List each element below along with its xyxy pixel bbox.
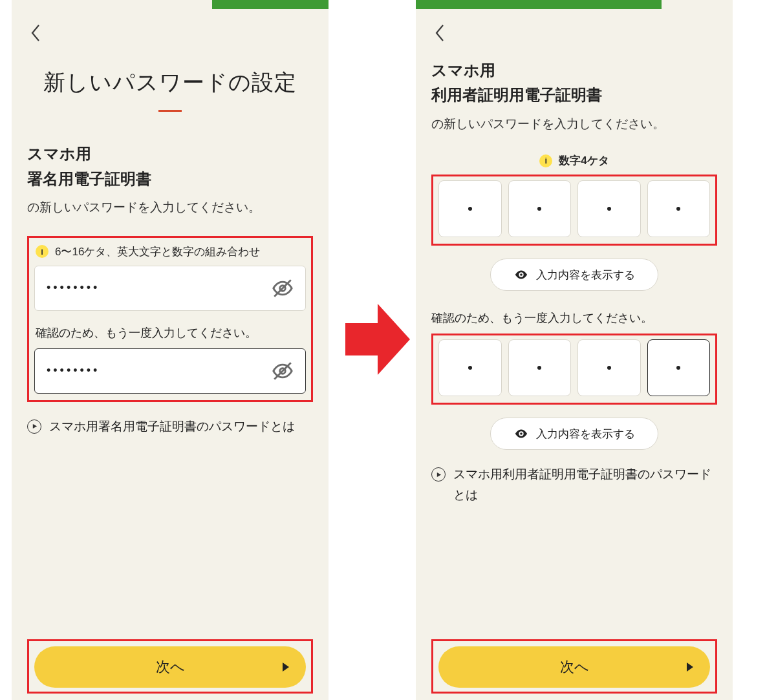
svg-marker-4 xyxy=(32,424,36,429)
triangle-right-icon xyxy=(283,663,289,672)
hint-row: i 6〜16ケタ、英大文字と数字の組み合わせ xyxy=(36,244,305,259)
hint-text: 6〜16ケタ、英大文字と数字の組み合わせ xyxy=(55,244,260,259)
next-button-label: 次へ xyxy=(560,657,589,677)
pin-digit[interactable] xyxy=(438,339,502,396)
triangle-right-icon xyxy=(687,663,693,672)
heading-line2: 利用者証明用電子証明書 xyxy=(431,86,602,103)
info-icon: i xyxy=(36,245,48,258)
help-link-user-cert-password[interactable]: スマホ用利用者証明用電子証明書のパスワードとは xyxy=(431,464,717,506)
progress-bar-segment xyxy=(212,0,329,9)
pin-digit[interactable] xyxy=(647,339,711,396)
heading-line2: 署名用電子証明書 xyxy=(27,170,151,187)
password-confirm-field[interactable]: •••••••• xyxy=(34,348,306,394)
svg-point-7 xyxy=(520,432,523,435)
heading-line1: スマホ用 xyxy=(431,61,495,79)
chevron-left-icon xyxy=(30,24,43,42)
content-area: 新しいパスワードの設定 スマホ用 署名用電子証明書 の新しいパスワードを入力して… xyxy=(12,52,329,700)
password-confirm-mask: •••••••• xyxy=(47,364,100,377)
screen-set-user-cert-pin: スマホ用 利用者証明用電子証明書 の新しいパスワードを入力してください。 i 数… xyxy=(416,0,733,700)
highlighted-pin-confirm-group xyxy=(431,334,717,405)
help-link-text: スマホ用署名用電子証明書のパスワードとは xyxy=(49,416,295,437)
eye-off-icon[interactable] xyxy=(272,360,294,382)
chevron-left-icon xyxy=(434,24,447,42)
next-button-label: 次へ xyxy=(156,657,185,677)
help-link-text: スマホ用利用者証明用電子証明書のパスワードとは xyxy=(453,464,717,506)
pin-digit[interactable] xyxy=(508,180,572,237)
section-subcopy: の新しいパスワードを入力してください。 xyxy=(27,198,313,217)
circle-play-icon xyxy=(27,419,41,434)
pin-digit[interactable] xyxy=(577,180,641,237)
hint-text: 数字4ケタ xyxy=(559,153,609,168)
pin-input[interactable] xyxy=(438,180,710,237)
show-input-label: 入力内容を表示する xyxy=(536,427,635,441)
pin-digit[interactable] xyxy=(438,180,502,237)
show-input-label: 入力内容を表示する xyxy=(536,268,635,282)
eye-icon xyxy=(514,427,528,441)
svg-marker-5 xyxy=(345,304,410,375)
content-area: スマホ用 利用者証明用電子証明書 の新しいパスワードを入力してください。 i 数… xyxy=(416,52,733,700)
screen-set-new-password: 新しいパスワードの設定 スマホ用 署名用電子証明書 の新しいパスワードを入力して… xyxy=(12,0,329,700)
eye-icon xyxy=(514,268,528,282)
pin-digit[interactable] xyxy=(647,180,711,237)
eye-off-icon[interactable] xyxy=(272,277,294,299)
svg-point-6 xyxy=(520,273,523,276)
pin-digit[interactable] xyxy=(508,339,572,396)
pin-confirm-input[interactable] xyxy=(438,339,710,396)
circle-play-icon xyxy=(431,467,446,482)
next-button[interactable]: 次へ xyxy=(438,646,710,688)
show-input-toggle[interactable]: 入力内容を表示する xyxy=(490,259,658,291)
next-highlight: 次へ xyxy=(27,639,313,694)
confirm-label: 確認のため、もう一度入力してください。 xyxy=(431,310,717,326)
highlighted-pin-group xyxy=(431,175,717,246)
heading-line1: スマホ用 xyxy=(27,145,91,162)
svg-marker-8 xyxy=(436,472,440,477)
show-input-toggle[interactable]: 入力内容を表示する xyxy=(490,418,658,450)
help-link-signature-password[interactable]: スマホ用署名用電子証明書のパスワードとは xyxy=(27,416,313,437)
section-heading: スマホ用 署名用電子証明書 xyxy=(27,142,313,191)
progress-bar-segment xyxy=(416,0,662,9)
page-title: 新しいパスワードの設定 xyxy=(27,65,313,100)
section-heading: スマホ用 利用者証明用電子証明書 xyxy=(431,58,717,108)
red-arrow-icon xyxy=(345,304,410,375)
title-underline xyxy=(158,110,182,112)
back-button[interactable] xyxy=(26,23,47,43)
next-highlight: 次へ xyxy=(431,639,717,694)
section-subcopy: の新しいパスワードを入力してください。 xyxy=(431,114,717,134)
info-icon: i xyxy=(539,154,552,167)
password-field[interactable]: •••••••• xyxy=(34,266,306,311)
hint-row: i 数字4ケタ xyxy=(433,153,716,168)
confirm-label: 確認のため、もう一度入力してください。 xyxy=(36,325,305,341)
back-button[interactable] xyxy=(430,23,451,43)
highlighted-input-group: i 6〜16ケタ、英大文字と数字の組み合わせ •••••••• 確認のため、もう… xyxy=(27,236,313,402)
pin-digit[interactable] xyxy=(577,339,641,396)
next-button[interactable]: 次へ xyxy=(34,646,306,688)
password-mask: •••••••• xyxy=(47,281,100,295)
